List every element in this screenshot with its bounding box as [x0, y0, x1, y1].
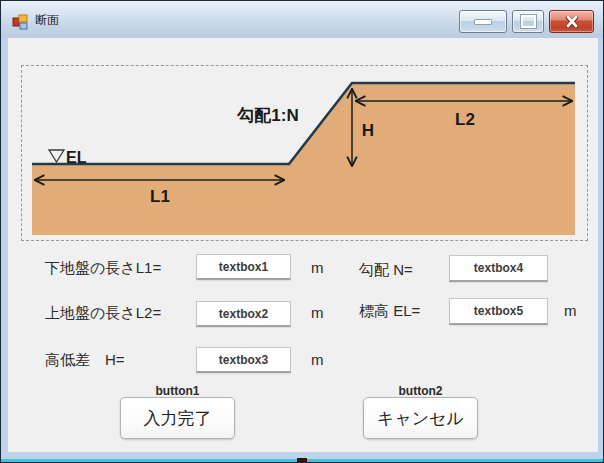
textbox3-input[interactable]: [196, 347, 291, 373]
l1-label: L1: [150, 187, 170, 206]
label-l1: 下地盤の長さL1=: [45, 259, 161, 277]
minimize-icon: [474, 19, 492, 25]
el-label: EL: [66, 149, 87, 166]
submit-button[interactable]: 入力完了: [120, 397, 235, 439]
window-title: 断面: [35, 12, 59, 29]
close-icon: [565, 16, 579, 28]
close-button[interactable]: [549, 10, 594, 33]
caption-buttons: [459, 10, 594, 33]
label-l2: 上地盤の長さL2=: [45, 304, 161, 322]
textbox2-input[interactable]: [196, 301, 291, 327]
textbox4-input[interactable]: [449, 255, 548, 282]
l2-label: L2: [455, 110, 475, 129]
terrain-fill: [32, 83, 575, 235]
label-n: 勾配 N=: [359, 261, 413, 279]
label-h: 高低差 H=: [45, 351, 125, 369]
button2-caption: button2: [363, 384, 478, 398]
cancel-button[interactable]: キャンセル: [363, 397, 478, 439]
label-el: 標高 EL=: [359, 302, 420, 320]
maximize-icon: [521, 15, 536, 28]
unit-m-5: m: [564, 302, 577, 320]
slope-label: 勾配1:N: [236, 106, 298, 125]
winforms-app-icon: [12, 14, 28, 30]
textbox5-input[interactable]: [449, 298, 548, 325]
cross-section-diagram: 勾配1:N H L2 EL L1: [21, 65, 588, 241]
unit-m-3: m: [311, 351, 324, 369]
terrain-drawing: 勾配1:N H L2 EL L1: [22, 66, 587, 240]
water-level-icon: [49, 150, 64, 162]
unit-m-1: m: [311, 259, 324, 277]
h-label: H: [362, 121, 374, 140]
minimize-button[interactable]: [459, 10, 507, 33]
maximize-button[interactable]: [512, 10, 544, 33]
button1-caption: button1: [120, 384, 235, 398]
textbox1-input[interactable]: [196, 254, 291, 280]
app-window: 断面: [0, 0, 604, 463]
title-bar[interactable]: 断面: [1, 1, 603, 38]
form-client-area: 勾配1:N H L2 EL L1 下地盤の長さL1= m 上地盤の長さL2= m…: [8, 38, 598, 452]
unit-m-2: m: [311, 304, 324, 322]
bottom-center-tick: [297, 458, 307, 462]
